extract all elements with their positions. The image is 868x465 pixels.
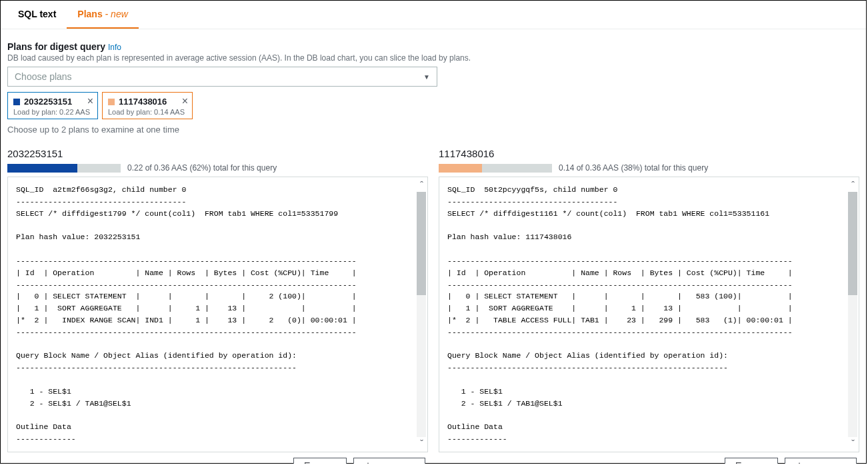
scroll-down-icon[interactable]: ˇ — [420, 438, 423, 449]
load-bar — [7, 164, 121, 173]
download-button[interactable]: Download — [353, 458, 425, 464]
panel-title: 1117438016 — [439, 148, 859, 159]
plan-panel-left: 2032253151 0.22 of 0.36 AAS (62%) total … — [7, 148, 428, 464]
scroll-up-icon[interactable]: ˆ — [851, 180, 855, 191]
chip-load: Load by plan: 0.14 AAS — [108, 108, 187, 116]
copy-label: Copy — [748, 462, 768, 464]
chip-id: 2032253151 — [24, 97, 72, 107]
plan-text[interactable]: SQL_ID a2tm2f66sg3g2, child number 0 ---… — [8, 177, 427, 452]
chip-load: Load by plan: 0.22 AAS — [13, 108, 92, 116]
choose-plans-select[interactable]: Choose plans ▼ — [7, 67, 437, 87]
download-button[interactable]: Download — [785, 458, 857, 464]
panel-title: 2032253151 — [7, 148, 428, 159]
tab-plans-sub: - new — [105, 9, 128, 19]
chevron-down-icon: ▼ — [423, 73, 430, 81]
plan-chip-1117438016[interactable]: 1117438016 × Load by plan: 0.14 AAS — [102, 92, 193, 119]
tab-sql-text[interactable]: SQL text — [7, 1, 67, 29]
load-bar-text: 0.14 of 0.36 AAS (38%) total for this qu… — [559, 163, 708, 173]
plan-panel-right: 1117438016 0.14 of 0.36 AAS (38%) total … — [439, 148, 859, 464]
download-icon — [795, 462, 804, 464]
tab-plans[interactable]: Plans - new — [67, 1, 138, 29]
scrollbar-thumb[interactable] — [417, 192, 426, 295]
copy-label: Copy — [317, 462, 337, 464]
plan-chip-2032253151[interactable]: 2032253151 × Load by plan: 0.22 AAS — [7, 92, 98, 119]
section-title: Plans for digest query — [7, 41, 105, 52]
load-bar — [439, 164, 552, 173]
tab-plans-label: Plans — [77, 9, 102, 19]
select-placeholder: Choose plans — [15, 71, 72, 82]
download-icon — [363, 462, 373, 464]
scroll-down-icon[interactable]: ˇ — [851, 438, 855, 449]
scroll-up-icon[interactable]: ˆ — [420, 180, 423, 191]
plan-text-box: ˆ SQL_ID a2tm2f66sg3g2, child number 0 -… — [7, 177, 428, 452]
plan-swatch-blue — [13, 99, 20, 105]
tabs: SQL text Plans - new — [1, 1, 866, 29]
plan-chips: 2032253151 × Load by plan: 0.22 AAS 1117… — [7, 92, 859, 119]
close-icon[interactable]: × — [182, 97, 188, 106]
close-icon[interactable]: × — [87, 97, 93, 106]
plan-text-box: ˆ SQL_ID 50t2pcyygqf5s, child number 0 -… — [439, 177, 859, 452]
chips-hint: Choose up to 2 plans to examine at one t… — [7, 125, 859, 135]
plan-swatch-orange — [108, 99, 115, 105]
copy-icon — [735, 462, 744, 464]
chip-id: 1117438016 — [119, 97, 167, 107]
load-bar-text: 0.22 of 0.36 AAS (62%) total for this qu… — [127, 163, 277, 173]
copy-icon — [303, 462, 313, 464]
copy-button[interactable]: Copy — [293, 458, 347, 464]
download-label: Download — [377, 462, 415, 464]
copy-button[interactable]: Copy — [725, 458, 778, 464]
info-link[interactable]: Info — [108, 43, 121, 52]
download-label: Download — [808, 462, 847, 464]
plan-text[interactable]: SQL_ID 50t2pcyygqf5s, child number 0 ---… — [439, 177, 859, 452]
scrollbar-thumb[interactable] — [848, 192, 857, 295]
section-desc: DB load caused by each plan is represent… — [7, 53, 859, 63]
